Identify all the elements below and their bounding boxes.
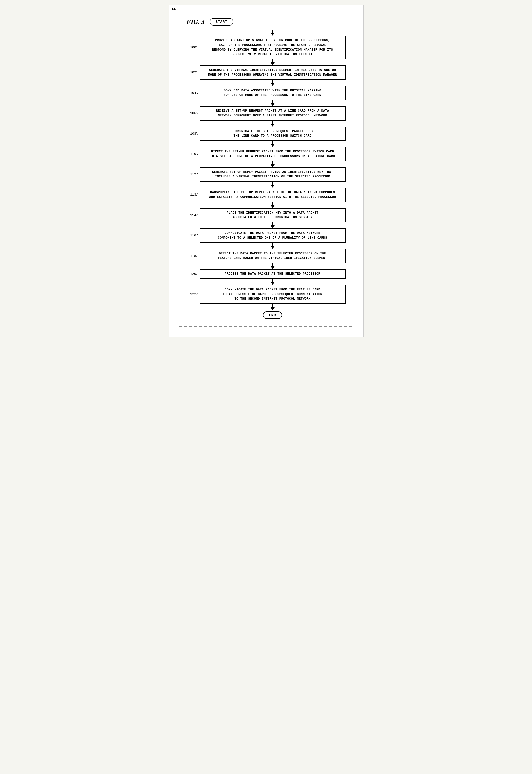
step-box-102: GENERATE THE VIRTUAL IDENTIFICATION ELEM… (200, 65, 346, 80)
conn-line (272, 202, 273, 205)
flow-row-114: 114/ PLACE THE IDENTIFICATION KEY INTO A… (187, 208, 346, 223)
connector-102 (187, 80, 346, 86)
step-box-116: COMMUNICATE THE DATA PACKET FROM THE DAT… (200, 228, 346, 243)
conn-arrow (271, 205, 275, 208)
flow-row-108: 108\ COMMUNICATE THE SET-UP REQUEST PACK… (187, 127, 346, 141)
step-label-100: 100\ (187, 46, 200, 49)
connector-106 (187, 121, 346, 127)
conn-line (272, 100, 273, 103)
step-label-102: 102\ (187, 71, 200, 74)
flow-row-118: 118/ DIRECT THE DATA PACKET TO THE SELEC… (187, 249, 346, 263)
connector-116 (187, 243, 346, 249)
conn-arrow (271, 185, 275, 188)
flow-container: 100\ PROVIDE A START-UP SIGNAL TO ONE OR… (187, 30, 346, 319)
step-label-112: 112/ (187, 173, 200, 176)
conn-line (272, 182, 273, 185)
connector-110 (187, 161, 346, 167)
connector-start (187, 30, 346, 36)
conn-arrow (271, 103, 275, 106)
end-oval-row: END (250, 311, 282, 319)
step-box-118: DIRECT THE DATA PACKET TO THE SELECTED P… (200, 249, 346, 263)
step-box-120: PROCESS THE DATA PACKET AT THE SELECTED … (200, 269, 346, 279)
flow-row-102: 102\ GENERATE THE VIRTUAL IDENTIFICATION… (187, 65, 346, 80)
conn-arrow (271, 144, 275, 147)
conn-arrow (271, 266, 275, 269)
step-box-110: DIRECT THE SET-UP REQUEST PACKET FROM TH… (200, 147, 346, 161)
step-box-108: COMMUNICATE THE SET-UP REQUEST PACKET FR… (200, 127, 346, 141)
fig-header: FIG. 3 START (187, 18, 346, 26)
flow-row-116: 116/ COMMUNICATE THE DATA PACKET FROM TH… (187, 228, 346, 243)
conn-line (272, 30, 273, 33)
step-label-118: 118/ (187, 254, 200, 258)
conn-arrow (271, 225, 275, 228)
flow-row-122: 122/ COMMUNICATE THE DATA PACKET FROM TH… (187, 285, 346, 304)
flow-row-100: 100\ PROVIDE A START-UP SIGNAL TO ONE OR… (187, 36, 346, 59)
conn-arrow (271, 246, 275, 249)
conn-line (272, 80, 273, 83)
conn-arrow (271, 164, 275, 167)
connector-100 (187, 59, 346, 65)
step-label-108: 108\ (187, 132, 200, 136)
outer-border: FIG. 3 START 100\ PROVIDE A START-UP SIG… (179, 13, 353, 327)
connector-113 (187, 202, 346, 208)
conn-line (272, 161, 273, 164)
conn-line (272, 304, 273, 307)
step-box-106: RECEIVE A SET-UP REQUEST PACKET AT A LIN… (200, 106, 346, 121)
step-box-104: DOWNLOAD DATA ASSOCIATED WITH THE PHYSIC… (200, 86, 346, 100)
conn-arrow (271, 124, 275, 127)
flow-row-113: 113/ TRANSPORTING THE SET-UP REPLY PACKE… (187, 188, 346, 202)
step-label-114: 114/ (187, 213, 200, 217)
connector-122 (187, 304, 346, 310)
step-box-100: PROVIDE A START-UP SIGNAL TO ONE OR MORE… (200, 36, 346, 59)
step-label-120: 120/ (187, 272, 200, 276)
step-label-116: 116/ (187, 234, 200, 237)
step-box-114: PLACE THE IDENTIFICATION KEY INTO A DATA… (200, 208, 346, 223)
step-label-110: 110\ (187, 152, 200, 156)
connector-120 (187, 279, 346, 285)
conn-line (272, 59, 273, 62)
connector-104 (187, 100, 346, 106)
conn-line (272, 263, 273, 266)
step-box-112: GENERATE SET-UP REPLY PACKET HAVING AN I… (200, 167, 346, 182)
step-label-104: 104\ (187, 91, 200, 95)
connector-108 (187, 141, 346, 147)
conn-line (272, 121, 273, 124)
conn-line (272, 141, 273, 144)
flow-row-120: 120/ PROCESS THE DATA PACKET AT THE SELE… (187, 269, 346, 279)
conn-arrow (271, 83, 275, 86)
flow-row-106: 106\ RECEIVE A SET-UP REQUEST PACKET AT … (187, 106, 346, 121)
flow-row-110: 110\ DIRECT THE SET-UP REQUEST PACKET FR… (187, 147, 346, 161)
start-oval: START (210, 18, 233, 26)
conn-line (272, 222, 273, 225)
connector-112 (187, 182, 346, 188)
conn-line (272, 243, 273, 246)
end-oval: END (263, 311, 282, 319)
step-label-113: 113/ (187, 193, 200, 197)
flow-row-112: 112/ GENERATE SET-UP REPLY PACKET HAVING… (187, 167, 346, 182)
conn-arrow (271, 33, 275, 36)
flow-row-104: 104\ DOWNLOAD DATA ASSOCIATED WITH THE P… (187, 86, 346, 100)
conn-arrow (271, 62, 275, 65)
step-box-113: TRANSPORTING THE SET-UP REPLY PACKET TO … (200, 188, 346, 202)
step-label-122: 122/ (187, 292, 200, 296)
conn-arrow (271, 282, 275, 285)
conn-arrow (271, 307, 275, 310)
corner-label: A4 (172, 7, 176, 11)
conn-line (272, 279, 273, 282)
fig-title: FIG. 3 (187, 18, 205, 26)
connector-118 (187, 263, 346, 269)
connector-114 (187, 222, 346, 228)
step-box-122: COMMUNICATE THE DATA PACKET FROM THE FEA… (200, 285, 346, 304)
page: A4 FIG. 3 START 100\ PROVIDE A START-UP … (169, 5, 364, 337)
step-label-106: 106\ (187, 111, 200, 115)
